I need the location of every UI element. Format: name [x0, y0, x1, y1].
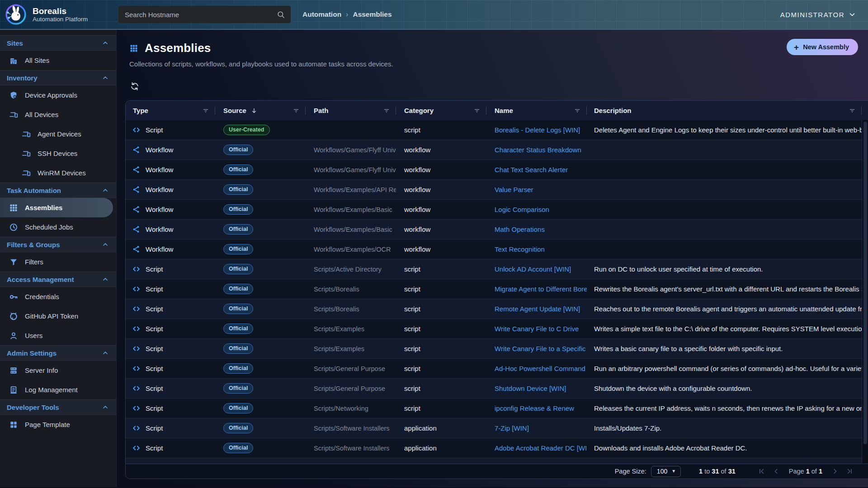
sidebar-item-filters[interactable]: Filters	[0, 252, 116, 272]
sidebar-item-credentials[interactable]: Credentials	[0, 287, 116, 306]
column-header-category[interactable]: Category	[396, 101, 486, 120]
sidebar-item-assemblies[interactable]: Assemblies	[0, 198, 113, 217]
source-badge: User-Created	[223, 125, 270, 135]
table-row[interactable]: Script Official Scripts/Software Install…	[126, 418, 862, 438]
breadcrumb-separator: ›	[346, 10, 348, 19]
sidebar-item-device-approvals[interactable]: Device Approvals	[0, 85, 116, 105]
sidebar-section-admin-settings[interactable]: Admin Settings	[0, 345, 116, 361]
script-icon	[132, 344, 141, 353]
sidebar-section-developer-tools[interactable]: Developer Tools	[0, 399, 116, 415]
clock-icon	[9, 223, 18, 232]
filter-icon[interactable]	[202, 107, 209, 114]
filter-icon[interactable]	[292, 107, 300, 114]
script-icon	[132, 424, 141, 432]
assembly-name-link[interactable]: Ad-Hoc Powershell Command [W	[486, 365, 587, 372]
assembly-name-link[interactable]: ipconfig Release & Renew	[486, 404, 587, 412]
sidebar-item-github-api-token[interactable]: GitHub API Token	[0, 306, 116, 326]
sidebar-section-filters-groups[interactable]: Filters & Groups	[0, 237, 116, 252]
first-page-icon[interactable]	[758, 467, 766, 475]
table-row[interactable]: Workflow Official Workflows/Examples/Bas…	[126, 220, 862, 239]
description-cell: Installs/Updates 7-Zip.	[587, 424, 862, 432]
assembly-name-link[interactable]: Migrate Agent to Different Borea	[486, 285, 587, 293]
filter-icon[interactable]	[849, 107, 856, 114]
sidebar-item-all-sites[interactable]: All Sites	[0, 51, 116, 70]
page-size-select[interactable]: 100 ▼	[651, 466, 681, 477]
assembly-name-link[interactable]: 7-Zip [WIN]	[486, 424, 587, 432]
sidebar-item-page-template[interactable]: Page Template	[0, 415, 116, 434]
column-header-type[interactable]: Type	[126, 101, 215, 120]
assembly-name-link[interactable]: Text Recognition	[486, 245, 587, 253]
type-cell: Script	[126, 126, 215, 134]
search-box[interactable]	[118, 6, 291, 23]
category-cell: script	[396, 325, 486, 333]
assembly-name-link[interactable]: Value Parser	[486, 186, 587, 193]
last-page-icon[interactable]	[845, 467, 854, 475]
new-assembly-button[interactable]: + New Assembly	[787, 39, 858, 55]
breadcrumb-parent[interactable]: Automation	[302, 10, 341, 19]
assembly-name-link[interactable]: Borealis - Delete Logs [WIN]	[486, 126, 587, 134]
source-cell: Official	[215, 224, 306, 235]
table-row[interactable]: Script Official Scripts/Networking scrip…	[126, 399, 862, 418]
assembly-name-link[interactable]: Math Operations	[486, 225, 587, 233]
sidebar-item-log-management[interactable]: Log Management	[0, 380, 116, 399]
section-label: Developer Tools	[7, 404, 59, 411]
table-row[interactable]: Script Official Scripts/Borealis script …	[126, 279, 862, 299]
description-cell: Deletes Agent and Engine Logs to keep th…	[587, 126, 862, 134]
assembly-name-link[interactable]: Chat Text Search Alerter	[486, 166, 587, 174]
sidebar-item-users[interactable]: Users	[0, 326, 116, 345]
assembly-name-link[interactable]: Remote Agent Update [WIN]	[486, 305, 587, 313]
table-row[interactable]: Workflow Official Workflows/Examples/API…	[126, 180, 862, 200]
table-row[interactable]: Script User-Created script Borealis - De…	[126, 120, 862, 140]
table-row[interactable]: Script Official Scripts/Software Install…	[126, 438, 862, 458]
next-page-icon[interactable]	[831, 467, 839, 475]
user-menu[interactable]: ADMINISTRATOR	[780, 0, 856, 29]
path-cell: Scripts/Borealis	[306, 305, 396, 313]
table-row[interactable]: Workflow Official Workflows/Games/Flyff …	[126, 160, 862, 180]
sidebar-section-inventory[interactable]: Inventory	[0, 70, 116, 85]
assembly-name-link[interactable]: Unlock AD Account [WIN]	[486, 265, 587, 273]
sidebar-item-scheduled-jobs[interactable]: Scheduled Jobs	[0, 217, 116, 237]
assembly-name-link[interactable]: Adobe Acrobat Reader DC [WIN	[486, 444, 587, 452]
table-row[interactable]: Script Official Scripts/Borealis script …	[126, 299, 862, 319]
filter-icon[interactable]	[473, 107, 481, 114]
sidebar-item-all-devices[interactable]: All Devices	[0, 105, 116, 124]
script-icon	[132, 285, 141, 293]
sidebar-item-label: GitHub API Token	[25, 312, 78, 320]
type-label: Workflow	[146, 245, 173, 253]
search-input[interactable]	[125, 11, 277, 19]
vertical-scrollbar[interactable]	[862, 120, 868, 464]
type-cell: Script	[126, 384, 215, 393]
column-header-path[interactable]: Path	[306, 101, 396, 120]
layout-icon	[9, 420, 18, 429]
table-row[interactable]: Script Official Scripts/Active Directory…	[126, 259, 862, 279]
assembly-name-link[interactable]: Shutdown Device [WIN]	[486, 385, 587, 392]
table-row[interactable]: Script Official Scripts/General Purpose …	[126, 359, 862, 379]
sidebar-section-access-management[interactable]: Access Management	[0, 272, 116, 287]
table-row[interactable]: Workflow Official Workflows/Examples/Bas…	[126, 200, 862, 220]
filter-icon[interactable]	[574, 107, 581, 114]
sidebar-section-sites[interactable]: Sites	[0, 35, 116, 51]
table-row[interactable]: Workflow Official Workflows/Games/Flyff …	[126, 140, 862, 160]
filter-icon[interactable]	[383, 107, 390, 114]
sidebar-section-task-automation[interactable]: Task Automation	[0, 183, 116, 198]
category-cell: script	[396, 365, 486, 372]
column-header-name[interactable]: Name	[486, 101, 587, 120]
table-row[interactable]: Workflow Official Workflows/Examples/OCR…	[126, 239, 862, 259]
assembly-name-link[interactable]: Logic Comparison	[486, 206, 587, 213]
sidebar-item-winrm-devices[interactable]: WinRM Devices	[0, 163, 116, 183]
table-row[interactable]: Script Official Scripts/Examples script …	[126, 339, 862, 359]
table-row[interactable]: Script Official Scripts/Examples script …	[126, 319, 862, 339]
table-row[interactable]	[126, 458, 862, 464]
assembly-name-link[interactable]: Write Canary File to a Specific F	[486, 345, 587, 352]
column-header-source[interactable]: Source	[215, 101, 306, 120]
sidebar-item-agent-devices[interactable]: Agent Devices	[0, 124, 116, 144]
sidebar-item-server-info[interactable]: Server Info	[0, 361, 116, 380]
refresh-button[interactable]	[130, 81, 140, 91]
assembly-name-link[interactable]: Write Canary File to C Drive	[486, 325, 587, 333]
table-row[interactable]: Script Official Scripts/General Purpose …	[126, 379, 862, 399]
assembly-name-link[interactable]: Character Status Breakdown	[486, 146, 587, 154]
previous-page-icon[interactable]	[772, 467, 780, 475]
scrollbar-thumb[interactable]	[863, 122, 867, 444]
column-header-description[interactable]: Description	[587, 101, 862, 120]
sidebar-item-ssh-devices[interactable]: SSH Devices	[0, 144, 116, 163]
